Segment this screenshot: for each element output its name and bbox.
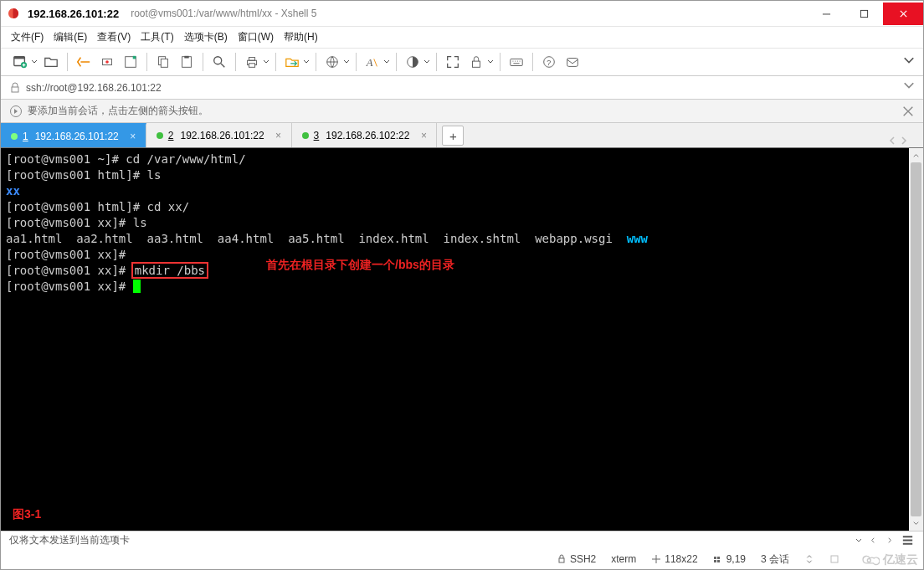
tab-2[interactable]: 2 192.168.26.101:22 × bbox=[146, 123, 292, 147]
font-icon[interactable]: A bbox=[362, 51, 383, 73]
svg-rect-12 bbox=[184, 56, 188, 59]
tab-prev-icon[interactable] bbox=[888, 136, 896, 147]
watermark: 亿速云 bbox=[861, 552, 918, 567]
menu-file[interactable]: 文件(F) bbox=[11, 30, 44, 44]
session-count: 3 会话 bbox=[761, 552, 789, 567]
svg-rect-30 bbox=[714, 560, 716, 562]
tab-3[interactable]: 3 192.168.26.102:22 × bbox=[292, 123, 438, 147]
svg-rect-10 bbox=[161, 59, 167, 67]
hint-close-icon[interactable] bbox=[901, 105, 915, 118]
compose-icon[interactable] bbox=[562, 51, 583, 73]
menu-tabs[interactable]: 选项卡(B) bbox=[184, 30, 228, 44]
add-tab-button[interactable]: + bbox=[442, 126, 464, 146]
menu-view[interactable]: 查看(V) bbox=[97, 30, 131, 44]
window-title-main: 192.168.26.101:22 bbox=[28, 8, 119, 20]
tab-close-icon[interactable]: × bbox=[273, 130, 285, 141]
lock-icon[interactable] bbox=[465, 51, 487, 73]
hint-text: 要添加当前会话，点击左侧的箭头按钮。 bbox=[28, 104, 208, 118]
status-dropdown-icon[interactable] bbox=[855, 535, 862, 547]
xftp-icon[interactable] bbox=[281, 51, 303, 73]
url-input[interactable] bbox=[26, 82, 898, 94]
tab-next-icon[interactable] bbox=[900, 136, 908, 147]
open-session-icon[interactable] bbox=[40, 51, 62, 73]
tab-close-icon[interactable]: × bbox=[127, 131, 139, 142]
xftp-dropdown[interactable] bbox=[302, 59, 311, 65]
scroll-left-icon[interactable] bbox=[865, 533, 880, 547]
search-icon[interactable] bbox=[208, 51, 230, 73]
status-bar: 仅将文本发送到当前选项卡 bbox=[1, 531, 923, 549]
print-icon[interactable] bbox=[241, 51, 263, 73]
title-bar: 192.168.26.101:22 root@vms001:/var/www/h… bbox=[1, 1, 923, 26]
reconnect-icon[interactable] bbox=[73, 51, 95, 73]
svg-rect-25 bbox=[12, 87, 18, 92]
dir-xx: xx bbox=[6, 184, 20, 198]
svg-rect-1 bbox=[860, 10, 867, 17]
svg-rect-11 bbox=[182, 57, 192, 68]
svg-point-33 bbox=[867, 559, 870, 562]
dir-www: www bbox=[627, 232, 648, 245]
svg-rect-0 bbox=[823, 13, 830, 14]
print-dropdown[interactable] bbox=[262, 59, 270, 65]
tab-bar: 1 192.168.26.101:22 × 2 192.168.26.101:2… bbox=[1, 123, 923, 148]
scroll-down-icon[interactable] bbox=[909, 516, 923, 531]
grid-icon bbox=[713, 554, 723, 564]
tab-nav bbox=[888, 136, 923, 147]
help-icon[interactable]: ? bbox=[538, 51, 560, 73]
scroll-right-icon[interactable] bbox=[883, 533, 897, 547]
copy-icon[interactable] bbox=[152, 51, 174, 73]
disconnect-icon[interactable] bbox=[96, 51, 118, 73]
paste-icon[interactable] bbox=[176, 51, 198, 73]
scroll-thumb[interactable] bbox=[911, 162, 921, 516]
globe-dropdown[interactable] bbox=[342, 59, 351, 65]
maximize-button[interactable] bbox=[845, 3, 883, 25]
menu-edit[interactable]: 编辑(E) bbox=[54, 30, 87, 44]
properties-icon[interactable] bbox=[120, 51, 141, 73]
scroll-up-icon[interactable] bbox=[909, 148, 923, 162]
terminal-wrapper: [root@vms001 ~]# cd /var/www/html/ [root… bbox=[1, 148, 923, 531]
svg-rect-21 bbox=[511, 59, 522, 65]
figure-label: 图3-1 bbox=[13, 506, 41, 522]
menu-window[interactable]: 窗口(W) bbox=[238, 30, 274, 44]
address-bar bbox=[1, 76, 923, 100]
globe-icon[interactable] bbox=[321, 51, 343, 73]
cap-indicator bbox=[829, 554, 839, 564]
annotation-text: 首先在根目录下创建一个/bbs的目录 bbox=[266, 257, 454, 273]
svg-rect-28 bbox=[714, 557, 716, 559]
watermark-logo-icon bbox=[861, 553, 880, 567]
watermark-text: 亿速云 bbox=[883, 552, 918, 567]
menu-help[interactable]: 帮助(H) bbox=[284, 30, 318, 44]
font-dropdown[interactable] bbox=[382, 59, 391, 65]
minimize-button[interactable] bbox=[808, 3, 845, 25]
new-session-dropdown[interactable] bbox=[30, 59, 38, 65]
highlighted-command: mkdir /bbs bbox=[133, 264, 207, 277]
tab-close-icon[interactable]: × bbox=[418, 130, 429, 141]
lock-url-icon bbox=[9, 82, 21, 94]
close-button[interactable] bbox=[883, 3, 923, 25]
svg-point-13 bbox=[214, 57, 222, 64]
new-session-icon[interactable] bbox=[9, 51, 31, 73]
bottom-bar: SSH2 xterm 118x22 9,19 3 会话 bbox=[1, 549, 923, 569]
color-scheme-icon[interactable] bbox=[402, 51, 424, 73]
lock-small-icon bbox=[557, 554, 567, 564]
status-dot-icon bbox=[11, 133, 18, 140]
lock-dropdown[interactable] bbox=[486, 59, 495, 65]
keyboard-icon[interactable] bbox=[506, 51, 527, 73]
address-overflow[interactable] bbox=[903, 79, 915, 96]
term-type: xterm bbox=[611, 553, 636, 565]
session-updown[interactable] bbox=[804, 554, 814, 564]
tab-1[interactable]: 1 192.168.26.101:22 × bbox=[1, 123, 146, 147]
fullscreen-icon[interactable] bbox=[442, 51, 464, 73]
vertical-scrollbar[interactable] bbox=[909, 148, 923, 531]
menu-bar: 文件(F) 编辑(E) 查看(V) 工具(T) 选项卡(B) 窗口(W) 帮助(… bbox=[1, 26, 923, 48]
terminal[interactable]: [root@vms001 ~]# cd /var/www/html/ [root… bbox=[1, 148, 909, 531]
toolbar-overflow[interactable] bbox=[903, 54, 915, 71]
status-text: 仅将文本发送到当前选项卡 bbox=[9, 533, 130, 547]
svg-text:A: A bbox=[366, 57, 373, 69]
color-dropdown[interactable] bbox=[423, 59, 431, 65]
hint-arrow-icon[interactable] bbox=[9, 105, 23, 118]
menu-tools[interactable]: 工具(T) bbox=[141, 30, 173, 44]
status-dot-icon bbox=[157, 132, 163, 139]
status-menu-icon[interactable] bbox=[901, 533, 915, 547]
svg-rect-20 bbox=[473, 61, 480, 67]
app-icon bbox=[6, 6, 21, 21]
